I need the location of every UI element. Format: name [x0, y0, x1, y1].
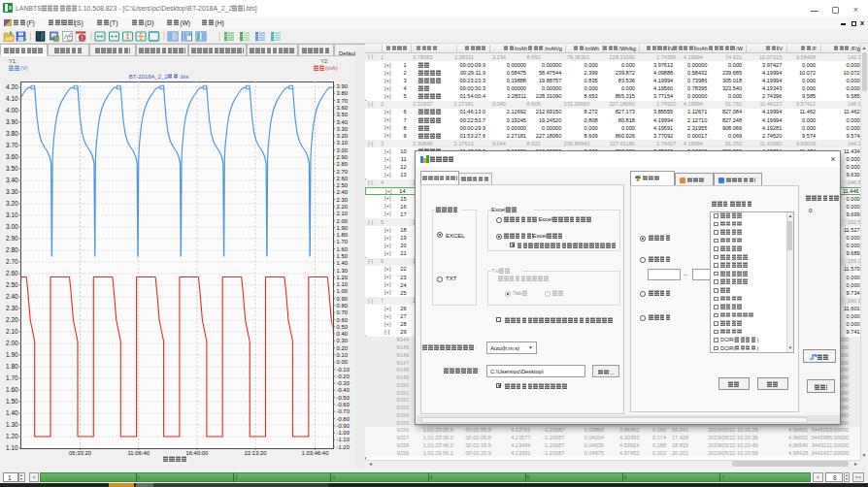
svg-text:2.90: 2.90 [337, 154, 349, 160]
svg-text:-0.80: -0.80 [337, 416, 351, 422]
svg-text:1.60: 1.60 [337, 246, 349, 252]
svg-text:1.40: 1.40 [6, 409, 18, 416]
svg-text:4.20: 4.20 [6, 83, 18, 90]
svg-text:1.90: 1.90 [337, 225, 349, 231]
svg-text:3.30: 3.30 [6, 188, 18, 195]
svg-text:-0.90: -0.90 [337, 423, 351, 429]
svg-text:-0.10: -0.10 [337, 367, 351, 373]
svg-text:3.20: 3.20 [337, 133, 349, 139]
svg-text:16:40:00: 16:40:00 [185, 450, 209, 456]
svg-text:1.40: 1.40 [337, 260, 349, 266]
svg-text:1.60: 1.60 [6, 386, 18, 393]
svg-text:1.50: 1.50 [6, 398, 18, 405]
svg-text:2.20: 2.20 [6, 316, 18, 323]
svg-text:-0.20: -0.20 [337, 373, 351, 379]
svg-text:22:13:20: 22:13:20 [245, 450, 268, 456]
svg-text:3.80: 3.80 [6, 130, 18, 137]
svg-text:1.10: 1.10 [6, 444, 18, 451]
svg-text:4.00: 4.00 [6, 107, 18, 114]
svg-text:3.10: 3.10 [6, 211, 18, 218]
svg-text:4.10: 4.10 [6, 95, 18, 102]
svg-text:3.00: 3.00 [6, 223, 18, 230]
svg-text:2.40: 2.40 [6, 293, 18, 300]
svg-text:3.70: 3.70 [337, 98, 349, 104]
svg-text:3.50: 3.50 [6, 165, 18, 172]
svg-text:2.40: 2.40 [337, 189, 349, 195]
svg-text:2.80: 2.80 [6, 246, 18, 253]
svg-text:0.40: 0.40 [337, 331, 349, 337]
svg-text:2.50: 2.50 [337, 182, 349, 188]
svg-text:1.30: 1.30 [6, 421, 18, 428]
svg-text:05:33:20: 05:33:20 [69, 450, 92, 456]
svg-text:0.50: 0.50 [337, 324, 349, 330]
svg-text:1.50: 1.50 [337, 253, 349, 259]
svg-text:1.90: 1.90 [6, 351, 18, 358]
svg-text:0.80: 0.80 [337, 303, 349, 308]
svg-text:-0.60: -0.60 [337, 402, 351, 407]
svg-text:0.20: 0.20 [337, 345, 349, 351]
svg-text:2.80: 2.80 [337, 161, 349, 167]
svg-text:2.70: 2.70 [6, 258, 18, 265]
svg-text:-0.30: -0.30 [337, 380, 351, 386]
svg-text:0.00: 0.00 [337, 359, 349, 365]
svg-text:3.90: 3.90 [6, 118, 18, 125]
svg-text:2.90: 2.90 [6, 235, 18, 242]
svg-text:-0.50: -0.50 [337, 395, 351, 401]
svg-text:2.20: 2.20 [337, 204, 349, 210]
svg-text:1.10: 1.10 [337, 281, 349, 287]
svg-text:-1.10: -1.10 [337, 437, 351, 442]
svg-text:2.10: 2.10 [6, 328, 18, 335]
svg-text:2.10: 2.10 [337, 211, 349, 216]
svg-text:0.10: 0.10 [337, 352, 349, 358]
svg-text:-1.20: -1.20 [337, 444, 351, 450]
svg-text:3.80: 3.80 [337, 90, 349, 96]
svg-text:2.50: 2.50 [6, 281, 18, 288]
svg-text:2.30: 2.30 [6, 305, 18, 311]
svg-text:2.30: 2.30 [337, 197, 349, 203]
svg-text:1.70: 1.70 [337, 239, 349, 244]
svg-text:3.60: 3.60 [337, 105, 349, 111]
svg-text:1.20: 1.20 [6, 433, 18, 439]
svg-text:1.80: 1.80 [6, 363, 18, 370]
svg-text:3.90: 3.90 [337, 83, 349, 89]
svg-text:2.60: 2.60 [337, 176, 349, 181]
svg-text:1.03:46:40: 1.03:46:40 [302, 450, 330, 456]
svg-text:3.30: 3.30 [337, 126, 349, 132]
svg-text:0.70: 0.70 [337, 309, 349, 315]
svg-text:1.20: 1.20 [337, 275, 349, 280]
svg-text:11:06:40: 11:06:40 [127, 450, 150, 456]
svg-text:3.70: 3.70 [6, 142, 18, 148]
svg-text:0.30: 0.30 [337, 338, 349, 343]
svg-text:-0.40: -0.40 [337, 387, 351, 393]
svg-text:3.10: 3.10 [337, 140, 349, 146]
svg-text:2.60: 2.60 [6, 270, 18, 276]
svg-text:3.50: 3.50 [337, 112, 349, 117]
svg-text:3.20: 3.20 [6, 200, 18, 207]
svg-text:3.40: 3.40 [337, 119, 349, 125]
svg-text:1.80: 1.80 [337, 232, 349, 238]
svg-text:-0.70: -0.70 [337, 408, 351, 414]
svg-text:0.90: 0.90 [337, 296, 349, 302]
svg-text:1.00: 1.00 [337, 288, 349, 294]
svg-text:3.00: 3.00 [337, 147, 349, 153]
svg-text:1.70: 1.70 [6, 374, 18, 381]
svg-text:1.30: 1.30 [337, 268, 349, 274]
svg-text:-1.00: -1.00 [337, 430, 351, 436]
svg-text:2.00: 2.00 [6, 340, 18, 346]
svg-text:2.70: 2.70 [337, 169, 349, 175]
svg-text:0.60: 0.60 [337, 317, 349, 323]
svg-text:2.00: 2.00 [337, 218, 349, 224]
svg-text:3.40: 3.40 [6, 177, 18, 183]
svg-text:3.60: 3.60 [6, 153, 18, 160]
